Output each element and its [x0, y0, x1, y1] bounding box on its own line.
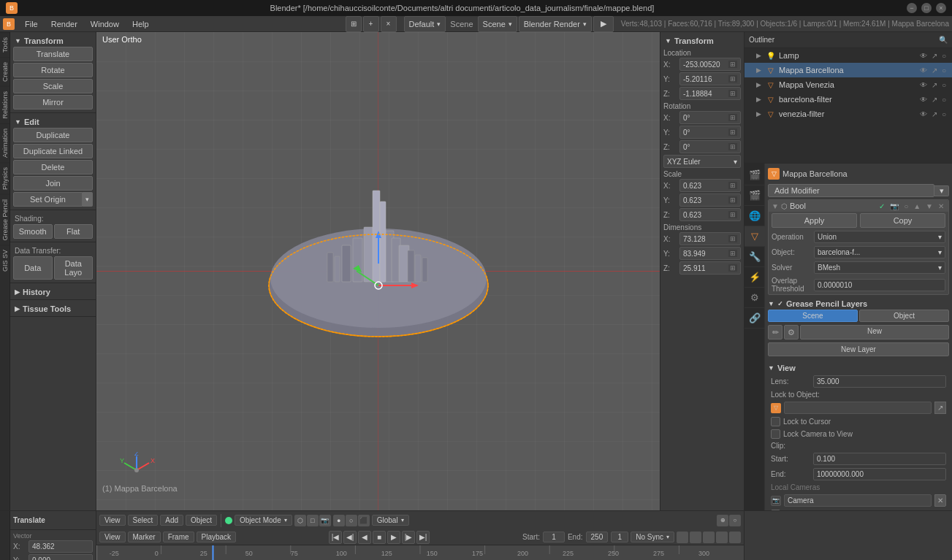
modifier-up-icon[interactable]: ▲ [912, 202, 922, 210]
barcelona-cursor-icon[interactable]: ↗ [930, 66, 939, 74]
modifier-render-icon[interactable]: ○ [902, 202, 910, 210]
venfilter-cursor-icon[interactable]: ↗ [930, 110, 939, 118]
jump-start-btn[interactable]: |◀ [329, 531, 342, 544]
lamp-render-icon[interactable]: ○ [940, 52, 948, 60]
join-btn[interactable]: Join [13, 176, 93, 191]
tl-playback-btn[interactable]: Playback [197, 532, 237, 542]
modifier-delete-icon[interactable]: ✕ [937, 202, 945, 210]
camera-field[interactable]: Camera [784, 494, 932, 507]
bcnfilter-render-icon[interactable]: ○ [940, 96, 948, 104]
copy-btn[interactable]: Copy [860, 213, 945, 228]
venfilter-eye-icon[interactable]: 👁 [918, 110, 929, 118]
next-keyframe-btn[interactable]: |▶ [402, 531, 415, 544]
outliner-item-venezia[interactable]: ▶ ▽ Mappa Venezia 👁 ↗ ○ [745, 77, 952, 92]
maximize-button[interactable]: □ [921, 3, 932, 13]
current-frame-field[interactable]: 1 [611, 532, 628, 542]
props-tab-object[interactable]: ▽ [745, 226, 765, 247]
clip-end-field[interactable]: 10000000.000 [813, 468, 946, 480]
transform-header[interactable]: ▼ Transform [13, 35, 93, 47]
vec-x-field[interactable]: 48.362 [28, 540, 93, 553]
bcnfilter-eye-icon[interactable]: 👁 [918, 96, 929, 104]
menu-window[interactable]: Window [85, 18, 125, 30]
venfilter-render-icon[interactable]: ○ [940, 110, 948, 118]
gp-settings-icon[interactable]: ⚙ [784, 325, 799, 340]
gp-pencil-icon[interactable]: ✏ [768, 325, 782, 340]
props-tab-scene[interactable]: 🎬 [745, 185, 765, 206]
outliner-item-barcelona-filter[interactable]: ▶ ▽ barcelona-filter 👁 ↗ ○ [745, 92, 952, 107]
minimize-button[interactable]: − [907, 3, 917, 13]
tl-icon5[interactable] [729, 532, 741, 543]
modifier-toggle-icon[interactable]: ✓ [877, 202, 886, 210]
props-tab-particles[interactable]: ⚡ [745, 267, 765, 288]
tl-icon2[interactable] [690, 532, 701, 543]
props-tab-world[interactable]: 🌐 [745, 206, 765, 226]
history-header[interactable]: ▶ History [13, 286, 93, 298]
end-frame-field[interactable]: 250 [586, 532, 609, 542]
view-ortho-btn[interactable]: □ [307, 515, 319, 526]
smooth-btn[interactable]: Smooth [13, 224, 53, 239]
vtab-grease-pencil[interactable]: Grease Pencil [0, 194, 9, 245]
sync-dropdown[interactable]: No Sync ▾ [631, 532, 674, 542]
scene-selector[interactable]: Scene ▾ [478, 16, 517, 32]
data-layo-btn[interactable]: Data Layo [54, 256, 94, 280]
close-button[interactable]: × [936, 3, 946, 13]
loc-z-field[interactable]: -1.18884 ⊞ [679, 87, 741, 100]
rot-x-field[interactable]: 0° ⊞ [679, 111, 741, 124]
scale-btn[interactable]: Scale [13, 79, 93, 93]
proportional-btn[interactable]: ○ [729, 515, 741, 526]
view-camera-btn[interactable]: 📷 [319, 515, 331, 526]
view-menu-btn[interactable]: View [99, 515, 126, 526]
add-modifier-btn[interactable]: Add Modifier [768, 184, 934, 197]
vtab-gis[interactable]: GIS SV [0, 245, 9, 276]
loc-y-field[interactable]: -5.20116 ⊞ [679, 72, 741, 85]
lock-object-field[interactable] [784, 402, 932, 414]
camera-clear-btn[interactable]: ✕ [934, 494, 946, 507]
dim-x-field[interactable]: 73.128 ⊞ [679, 232, 741, 245]
object-mode-dropdown[interactable]: Object Mode ▾ [235, 515, 292, 526]
lock-cursor-checkbox[interactable] [771, 417, 780, 426]
viewport-3d[interactable]: User Ortho [96, 32, 660, 510]
apply-btn[interactable]: Apply [772, 213, 857, 228]
flat-btn[interactable]: Flat [54, 224, 94, 239]
barcelona-render-icon[interactable]: ○ [940, 66, 948, 74]
play-btn[interactable]: ▶ [387, 531, 400, 544]
play-back-btn[interactable]: ◀ [358, 531, 371, 544]
duplicate-linked-btn[interactable]: Duplicate Linked [13, 144, 93, 158]
solver-dropdown[interactable]: BMesh ▾ [814, 261, 945, 274]
lamp-cursor-icon[interactable]: ↗ [930, 52, 939, 60]
tl-icon4[interactable] [716, 532, 728, 543]
view-icon-btn2[interactable]: + [363, 16, 379, 32]
vec-y-field[interactable]: 0.000 [28, 554, 93, 560]
overlap-field[interactable]: 0.0000010 [814, 279, 945, 291]
vtab-relations[interactable]: Relations [0, 86, 9, 123]
operation-dropdown[interactable]: Union ▾ [814, 231, 945, 243]
solid-shading-btn[interactable]: ● [333, 515, 345, 526]
dim-z-field[interactable]: 25.911 ⊞ [679, 261, 741, 275]
prev-keyframe-btn[interactable]: ◀| [343, 531, 357, 544]
vtab-tools[interactable]: Tools [0, 32, 9, 57]
view-icon-btn[interactable]: ⊞ [346, 16, 362, 32]
scale-y-field[interactable]: 0.623 ⊞ [679, 193, 741, 207]
props-tab-render[interactable]: 🎬 [745, 165, 765, 185]
modifier-down-icon[interactable]: ▼ [924, 202, 934, 210]
new-layer-button[interactable]: New Layer [768, 342, 949, 356]
layout-selector[interactable]: Default ▾ [404, 16, 446, 32]
stop-btn[interactable]: ■ [373, 531, 386, 544]
start-frame-field[interactable]: 1 [543, 532, 565, 542]
scale-x-field[interactable]: 0.623 ⊞ [679, 179, 741, 192]
transform-right-header[interactable]: ▼ Transform [663, 35, 741, 47]
modifier-camera-icon[interactable]: 📷 [888, 202, 900, 210]
bcnfilter-cursor-icon[interactable]: ↗ [930, 96, 939, 104]
duplicate-btn[interactable]: Duplicate [13, 128, 93, 142]
gp-new-btn[interactable]: New [800, 325, 949, 340]
tl-view-btn[interactable]: View [99, 532, 126, 542]
rotate-btn[interactable]: Rotate [13, 63, 93, 77]
rotation-mode-field[interactable]: XYZ Euler ▾ [663, 155, 741, 168]
barcelona-eye-icon[interactable]: 👁 [918, 66, 929, 74]
venezia-cursor-icon[interactable]: ↗ [930, 81, 939, 89]
rot-z-field[interactable]: 0° ⊞ [679, 140, 741, 153]
gp-scene-tab[interactable]: Scene [768, 310, 858, 322]
props-tab-physics[interactable]: ⚙ [745, 288, 765, 308]
outliner-item-venezia-filter[interactable]: ▶ ▽ venezia-filter 👁 ↗ ○ [745, 107, 952, 121]
delete-btn[interactable]: Delete [13, 160, 93, 174]
